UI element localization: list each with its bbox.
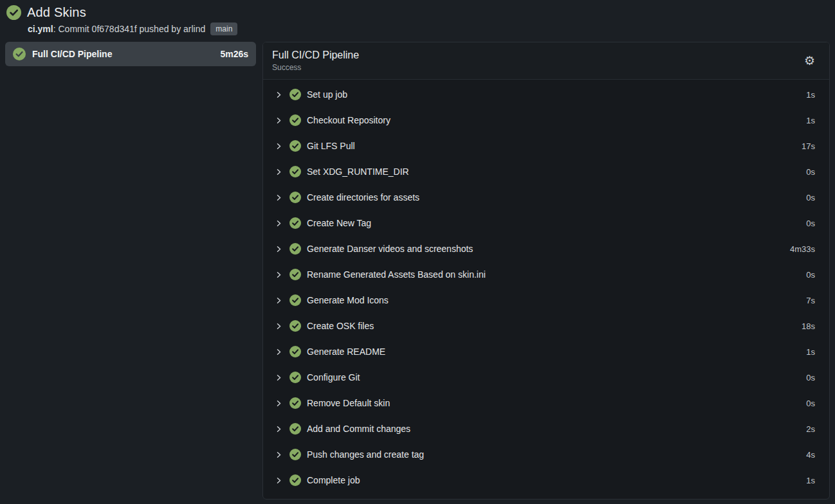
step-success-icon [289, 114, 301, 126]
step-row[interactable]: Push changes and create tag 4s [263, 442, 829, 467]
step-list: Set up job 1s Checkout Repository 1s [263, 80, 829, 499]
step-success-icon [289, 89, 301, 100]
step-success-icon [289, 320, 301, 332]
chevron-right-icon[interactable] [275, 425, 282, 433]
step-row[interactable]: Add and Commit changes 2s [263, 416, 829, 442]
commit-info: ci.yml: Commit 0f678d341f pushed by arli… [28, 24, 205, 34]
step-name: Create directories for assets [307, 192, 806, 203]
chevron-right-icon[interactable] [275, 451, 282, 458]
chevron-right-icon[interactable] [275, 116, 282, 124]
step-duration: 1s [806, 347, 815, 357]
chevron-right-icon[interactable] [275, 142, 282, 150]
chevron-right-icon[interactable] [275, 194, 282, 201]
step-duration: 18s [802, 321, 815, 331]
step-success-icon [289, 474, 301, 486]
step-name: Configure Git [307, 372, 806, 382]
page-title: Add Skins [27, 5, 86, 20]
step-name: Set XDG_RUNTIME_DIR [307, 166, 806, 177]
step-name: Generate README [307, 346, 806, 357]
step-duration: 7s [806, 296, 815, 305]
step-success-icon [289, 346, 301, 357]
run-success-icon [6, 5, 21, 20]
step-duration: 1s [806, 116, 815, 125]
chevron-right-icon[interactable] [275, 322, 282, 330]
chevron-right-icon[interactable] [275, 168, 282, 176]
step-success-icon [289, 449, 301, 460]
step-name: Set up job [307, 89, 806, 100]
sidebar-job-item[interactable]: Full CI/CD Pipeline 5m26s [5, 42, 256, 66]
step-row[interactable]: Checkout Repository 1s [263, 107, 829, 133]
step-success-icon [289, 217, 301, 229]
step-duration: 0s [806, 399, 815, 408]
step-success-icon [289, 269, 301, 280]
step-success-icon [289, 140, 301, 152]
step-row[interactable]: Configure Git 0s [263, 364, 829, 390]
job-duration: 5m26s [220, 49, 248, 59]
job-detail-panel: Full CI/CD Pipeline Success ⚙ Set up job… [262, 42, 830, 500]
step-duration: 17s [802, 141, 815, 151]
step-duration: 0s [806, 270, 815, 280]
job-success-icon [13, 48, 26, 60]
gear-icon[interactable]: ⚙ [799, 52, 820, 69]
step-duration: 0s [806, 373, 815, 382]
step-name: Git LFS Pull [307, 141, 802, 151]
step-name: Rename Generated Assets Based on skin.in… [307, 269, 806, 280]
step-duration: 1s [806, 476, 815, 485]
workflow-file-name: ci.yml [28, 24, 53, 34]
step-name: Complete job [307, 475, 806, 485]
step-success-icon [289, 166, 301, 177]
step-success-icon [289, 294, 301, 306]
step-name: Generate Danser videos and screenshots [307, 244, 790, 254]
step-duration: 0s [806, 219, 815, 228]
step-name: Create New Tag [307, 218, 806, 228]
step-success-icon [289, 372, 301, 383]
chevron-right-icon[interactable] [275, 374, 282, 381]
step-duration: 4s [806, 450, 815, 460]
branch-badge[interactable]: main [210, 22, 237, 35]
step-duration: 4m33s [790, 244, 815, 254]
step-row[interactable]: Create directories for assets 0s [263, 184, 829, 210]
step-row[interactable]: Create OSK files 18s [263, 313, 829, 339]
chevron-right-icon[interactable] [275, 296, 282, 304]
step-row[interactable]: Create New Tag 0s [263, 210, 829, 236]
step-row[interactable]: Remove Default skin 0s [263, 390, 829, 416]
job-name: Full CI/CD Pipeline [32, 49, 214, 59]
step-row[interactable]: Generate Mod Icons 7s [263, 287, 829, 313]
step-success-icon [289, 423, 301, 435]
step-name: Add and Commit changes [307, 424, 806, 434]
chevron-right-icon[interactable] [275, 271, 282, 278]
step-duration: 0s [806, 193, 815, 203]
job-detail-title: Full CI/CD Pipeline [272, 50, 799, 61]
chevron-right-icon[interactable] [275, 476, 282, 484]
step-success-icon [289, 397, 301, 409]
step-duration: 2s [806, 424, 815, 434]
step-row[interactable]: Generate Danser videos and screenshots 4… [263, 236, 829, 262]
step-name: Remove Default skin [307, 398, 806, 408]
job-detail-header: Full CI/CD Pipeline Success ⚙ [263, 42, 829, 80]
step-name: Checkout Repository [307, 115, 806, 125]
chevron-right-icon[interactable] [275, 219, 282, 227]
step-row[interactable]: Set XDG_RUNTIME_DIR 0s [263, 159, 829, 184]
step-row[interactable]: Set up job 1s [263, 82, 829, 107]
run-subtitle: ci.yml: Commit 0f678d341f pushed by arli… [28, 22, 829, 35]
step-name: Generate Mod Icons [307, 295, 806, 305]
chevron-right-icon[interactable] [275, 399, 282, 407]
jobs-sidebar: Full CI/CD Pipeline 5m26s [5, 42, 256, 66]
chevron-right-icon[interactable] [275, 348, 282, 356]
run-header: Add Skins ci.yml: Commit 0f678d341f push… [0, 0, 835, 35]
chevron-right-icon[interactable] [275, 91, 282, 98]
step-row[interactable]: Git LFS Pull 17s [263, 133, 829, 159]
step-success-icon [289, 243, 301, 255]
step-row[interactable]: Complete job 1s [263, 467, 829, 493]
step-duration: 0s [806, 167, 815, 177]
step-row[interactable]: Generate README 1s [263, 339, 829, 364]
commit-info-text: : Commit 0f678d341f pushed by arlind [53, 24, 206, 34]
step-row[interactable]: Rename Generated Assets Based on skin.in… [263, 262, 829, 287]
step-name: Create OSK files [307, 321, 802, 331]
step-name: Push changes and create tag [307, 449, 806, 460]
step-success-icon [289, 192, 301, 203]
job-status-text: Success [272, 63, 799, 72]
step-duration: 1s [806, 90, 815, 100]
chevron-right-icon[interactable] [275, 245, 282, 253]
